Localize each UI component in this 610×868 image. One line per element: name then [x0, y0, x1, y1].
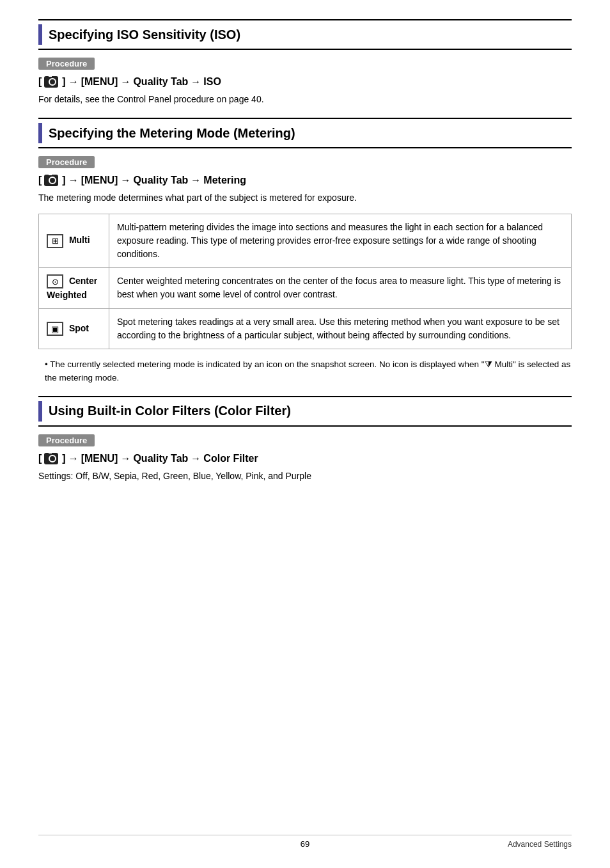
arrow6: → [191, 175, 201, 186]
section3-description: Settings: Off, B/W, Sepia, Red, Green, B… [38, 470, 572, 483]
table-row: ⊞ Multi Multi-pattern metering divides t… [39, 214, 572, 268]
arrow9: → [191, 453, 201, 464]
iso-label: ISO [203, 76, 221, 88]
section2-title: Specifying the Metering Mode (Metering) [49, 126, 295, 141]
section2-heading: Specifying the Metering Mode (Metering) [38, 118, 572, 148]
color-filter-label: Color Filter [203, 453, 258, 464]
section2-nav: [] → [MENU] → Quality Tab → Metering [38, 175, 572, 186]
center-icon-cell: ⊙ CenterWeighted [39, 268, 109, 309]
menu-label-3: [MENU] [81, 453, 118, 464]
cam-bracket-open2: [ [38, 175, 42, 186]
section1-nav: [] → [MENU] → Quality Tab → ISO [38, 76, 572, 88]
arrow2: → [120, 76, 130, 88]
multi-icon: ⊞ [47, 234, 63, 248]
procedure-badge-3: Procedure [38, 434, 572, 453]
center-description: Center weighted metering concentrates on… [109, 268, 572, 309]
cam-bracket-open3: [ [38, 453, 42, 464]
multi-label: Multi [69, 235, 90, 245]
camera-icon-2 [44, 175, 58, 186]
page-footer: 69 Advanced Settings [38, 835, 572, 849]
arrow7: → [68, 453, 79, 464]
camera-icon-3 [44, 453, 58, 464]
menu-label-2: [MENU] [81, 175, 118, 186]
section3-nav: [] → [MENU] → Quality Tab → Color Filter [38, 453, 572, 464]
spot-description: Spot metering takes readings at a very s… [109, 309, 572, 349]
section3-heading: Using Built-in Color Filters (Color Filt… [38, 396, 572, 427]
spot-icon-cell: ▣ Spot [39, 309, 109, 349]
arrow1: → [68, 76, 79, 88]
procedure-badge-1: Procedure [38, 58, 572, 76]
procedure-badge-2: Procedure [38, 156, 572, 175]
cam-bracket-close2: ] [62, 175, 65, 186]
section1-bar [38, 24, 42, 45]
table-row: ⊙ CenterWeighted Center weighted meterin… [39, 268, 572, 309]
section2-description: The metering mode determines what part o… [38, 191, 572, 205]
section1-title: Specifying ISO Sensitivity (ISO) [49, 28, 240, 42]
table-row: ▣ Spot Spot metering takes readings at a… [39, 309, 572, 349]
multi-description: Multi-pattern metering divides the image… [109, 214, 572, 268]
section1-heading: Specifying ISO Sensitivity (ISO) [38, 19, 572, 50]
advanced-settings-label: Advanced Settings [394, 840, 572, 849]
metering-note: The currently selected metering mode is … [38, 358, 572, 384]
menu-label-1: [MENU] [81, 76, 118, 88]
page-number: 69 [216, 839, 394, 849]
quality-tab-1: Quality Tab [133, 76, 188, 88]
arrow5: → [120, 175, 130, 186]
section1-description: For details, see the Control Panel proce… [38, 93, 572, 106]
camera-bracket-open: [ [38, 76, 42, 88]
camera-icon-1 [44, 76, 58, 88]
multi-icon-cell: ⊞ Multi [39, 214, 109, 268]
cam-bracket-close3: ] [62, 453, 65, 464]
metering-table: ⊞ Multi Multi-pattern metering divides t… [38, 214, 572, 349]
spot-icon: ▣ [47, 322, 63, 336]
camera-bracket-close: ] [62, 76, 65, 88]
quality-tab-2: Quality Tab [133, 175, 188, 186]
section2-bar [38, 123, 42, 143]
section3-bar [38, 401, 42, 422]
arrow4: → [68, 175, 79, 186]
arrow3: → [191, 76, 201, 88]
center-icon: ⊙ [47, 274, 63, 288]
quality-tab-3: Quality Tab [133, 453, 188, 464]
section3-title: Using Built-in Color Filters (Color Filt… [49, 404, 291, 418]
metering-label: Metering [203, 175, 246, 186]
arrow8: → [120, 453, 130, 464]
spot-label: Spot [69, 323, 89, 333]
